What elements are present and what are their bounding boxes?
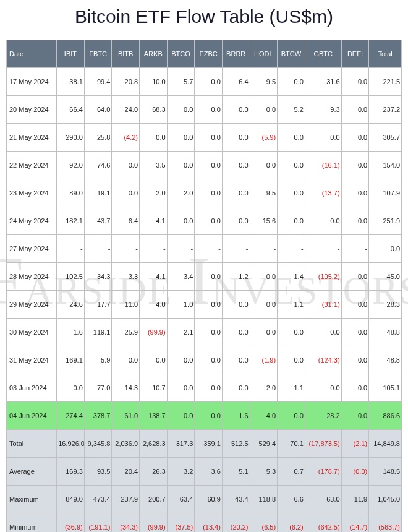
value-cell: 0.0 (222, 179, 250, 207)
value-cell: 0.0 (341, 124, 369, 152)
value-cell: 0.0 (305, 319, 341, 346)
value-cell: 0.0 (195, 124, 223, 152)
table-row: 23 May 202489.019.10.02.02.00.00.09.50.0… (7, 179, 402, 207)
date-cell: 17 May 2024 (7, 68, 57, 96)
value-cell: - (278, 235, 305, 263)
summary-cell: 63.4 (167, 486, 195, 513)
summary-cell: (6.5) (250, 513, 278, 533)
value-cell: - (112, 235, 140, 263)
col-header-btcw: BTCW (278, 40, 305, 68)
value-cell: 0.0 (195, 346, 223, 374)
value-cell: 0.0 (278, 207, 305, 235)
value-cell: 0.0 (195, 68, 223, 96)
value-cell: 6.4 (112, 207, 140, 235)
value-cell: 0.0 (112, 346, 140, 374)
summary-cell: 473.4 (84, 486, 112, 513)
summary-cell: 63.0 (305, 486, 341, 513)
value-cell: 25.9 (112, 319, 140, 346)
value-cell: 274.4 (57, 402, 85, 430)
summary-row-average: Average169.393.520.426.33.23.65.15.30.7(… (7, 458, 402, 486)
value-cell: 4.0 (140, 291, 168, 319)
table-row: 03 Jun 20240.077.014.310.70.00.00.02.01.… (7, 374, 402, 402)
value-cell: (124.3) (305, 346, 341, 374)
value-cell: - (140, 235, 168, 263)
value-cell: 0.0 (341, 207, 369, 235)
value-cell: (13.7) (305, 179, 341, 207)
value-cell: 0.0 (222, 291, 250, 319)
value-cell: 10.0 (140, 68, 168, 96)
value-cell: 0.0 (341, 179, 369, 207)
value-cell: 2.0 (140, 179, 168, 207)
summary-cell: 16,926.0 (57, 430, 85, 458)
value-cell: 0.0 (140, 346, 168, 374)
col-header-ezbc: EZBC (195, 40, 223, 68)
summary-cell: 14,849.8 (369, 430, 402, 458)
value-cell: 0.0 (112, 152, 140, 179)
date-cell: 29 May 2024 (7, 291, 57, 319)
date-cell: 23 May 2024 (7, 179, 57, 207)
value-cell: 28.2 (305, 402, 341, 430)
value-cell: 0.0 (222, 124, 250, 152)
summary-cell: 20.4 (112, 458, 140, 486)
value-cell: - (250, 235, 278, 263)
value-cell: 0.0 (167, 374, 195, 402)
value-cell: 0.0 (250, 263, 278, 291)
value-cell: 2.0 (167, 179, 195, 207)
value-cell: 0.0 (305, 374, 341, 402)
summary-cell: 849.0 (57, 486, 85, 513)
value-cell: 0.0 (278, 124, 305, 152)
value-cell: - (305, 235, 341, 263)
date-cell: 21 May 2024 (7, 124, 57, 152)
value-cell: 1.6 (57, 319, 85, 346)
summary-cell: 3.2 (167, 458, 195, 486)
summary-cell: 317.3 (167, 430, 195, 458)
value-cell: 92.0 (57, 152, 85, 179)
summary-cell: (642.5) (305, 513, 341, 533)
table-row: 04 Jun 2024274.4378.761.0138.70.00.01.64… (7, 402, 402, 430)
summary-cell: 2,036.9 (112, 430, 140, 458)
summary-cell: 118.8 (250, 486, 278, 513)
value-cell: 4.1 (140, 263, 168, 291)
value-cell: 0.0 (250, 152, 278, 179)
summary-cell: 43.4 (222, 486, 250, 513)
value-cell: 17.7 (84, 291, 112, 319)
summary-row-maximum: Maximum849.0473.4237.9200.763.460.943.41… (7, 486, 402, 513)
value-cell: 1.1 (278, 374, 305, 402)
value-cell: 34.3 (84, 263, 112, 291)
value-cell: 886.6 (369, 402, 402, 430)
value-cell: 378.7 (84, 402, 112, 430)
value-cell: 10.7 (140, 374, 168, 402)
value-cell: 45.0 (369, 263, 402, 291)
table-row: 24 May 2024182.143.76.44.10.00.00.015.60… (7, 207, 402, 235)
summary-cell: (2.1) (341, 430, 369, 458)
value-cell: (1.9) (250, 346, 278, 374)
value-cell: 31.6 (305, 68, 341, 96)
value-cell: 74.6 (84, 152, 112, 179)
value-cell: 66.4 (57, 96, 85, 124)
value-cell: 28.3 (369, 291, 402, 319)
value-cell: 1.4 (278, 263, 305, 291)
value-cell: 5.2 (278, 96, 305, 124)
value-cell: 89.0 (57, 179, 85, 207)
value-cell: 138.7 (140, 402, 168, 430)
value-cell: 0.0 (369, 235, 402, 263)
summary-label: Maximum (7, 486, 57, 513)
summary-cell: (178.7) (305, 458, 341, 486)
table-row: 20 May 202466.464.024.068.30.00.00.00.05… (7, 96, 402, 124)
value-cell: 0.0 (278, 179, 305, 207)
value-cell: 77.0 (84, 374, 112, 402)
value-cell: 2.0 (250, 374, 278, 402)
value-cell: - (167, 235, 195, 263)
value-cell: 1.6 (222, 402, 250, 430)
value-cell: 0.0 (195, 152, 223, 179)
value-cell: 290.0 (57, 124, 85, 152)
value-cell: 0.0 (195, 402, 223, 430)
summary-cell: 1,045.0 (369, 486, 402, 513)
value-cell: 0.0 (167, 124, 195, 152)
summary-cell: 529.4 (250, 430, 278, 458)
value-cell: 0.0 (250, 96, 278, 124)
value-cell: 5.7 (167, 68, 195, 96)
summary-cell: 93.5 (84, 458, 112, 486)
value-cell: 5.9 (84, 346, 112, 374)
summary-cell: (191.1) (84, 513, 112, 533)
